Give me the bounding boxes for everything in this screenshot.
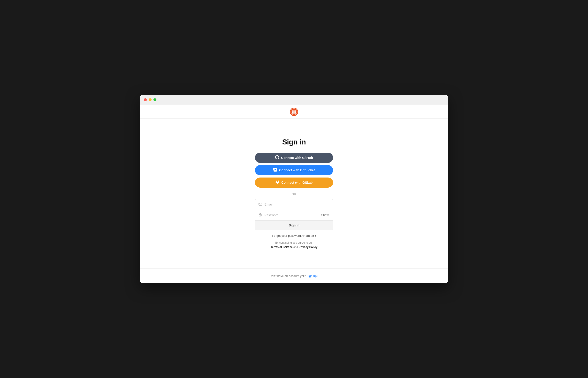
oauth-buttons: Connect with GitHub Connect with Bitbuck… [255, 153, 333, 188]
signin-container: Sign in Connect with GitHub [255, 138, 333, 249]
signup-link[interactable]: Sign up › [306, 274, 318, 278]
bitbucket-connect-button[interactable]: Connect with Bitbucket [255, 165, 333, 175]
email-input[interactable] [264, 202, 330, 206]
signin-button[interactable]: Sign in [255, 220, 333, 230]
email-field-container [255, 199, 333, 210]
traffic-light-close[interactable] [144, 98, 147, 101]
github-connect-button[interactable]: Connect with GitHub [255, 153, 333, 163]
password-input[interactable] [264, 213, 318, 217]
forgot-password-text: Forgot your password? Reset it › [272, 234, 316, 237]
app-header [140, 105, 448, 119]
browser-titlebar [140, 95, 448, 105]
gitlab-button-label: Connect with GitLab [281, 181, 313, 184]
terms-of-service-link[interactable]: Terms of Service [271, 245, 293, 249]
email-icon [258, 202, 262, 207]
main-content: Sign in Connect with GitHub [140, 119, 448, 269]
traffic-light-maximize[interactable] [153, 98, 156, 101]
bitbucket-icon [273, 168, 277, 173]
traffic-lights [144, 98, 156, 101]
forgot-password-label: Forgot your password? [272, 234, 302, 237]
password-field-container: Show [255, 210, 333, 220]
traffic-light-minimize[interactable] [149, 98, 151, 101]
show-password-button[interactable]: Show [320, 213, 330, 217]
gitlab-connect-button[interactable]: Connect with GitLab [255, 177, 333, 188]
or-divider: OR [255, 193, 333, 196]
privacy-policy-link[interactable]: Privacy Policy [299, 245, 317, 249]
app-logo-icon [290, 108, 298, 116]
legal-text: By continuing you agree to our Terms of … [271, 241, 317, 249]
login-form: Show Sign in [255, 199, 333, 230]
browser-content: Sign in Connect with GitHub [140, 105, 448, 283]
password-icon [258, 213, 262, 217]
svg-point-8 [260, 215, 260, 216]
bottom-footer: Don't have an account yet? Sign up › [140, 269, 448, 283]
bitbucket-button-label: Connect with Bitbucket [279, 168, 315, 172]
page-title: Sign in [282, 138, 306, 146]
github-button-label: Connect with GitHub [281, 156, 313, 160]
github-icon [275, 155, 279, 160]
gitlab-icon [275, 180, 280, 185]
divider-text: OR [289, 193, 299, 196]
no-account-text: Don't have an account yet? [270, 274, 306, 278]
browser-window: Sign in Connect with GitHub [140, 95, 448, 283]
reset-password-link[interactable]: Reset it › [303, 234, 316, 237]
